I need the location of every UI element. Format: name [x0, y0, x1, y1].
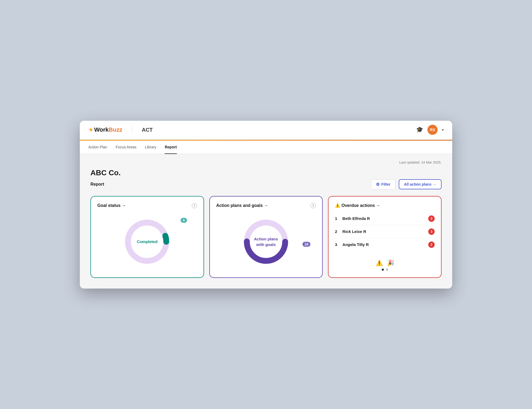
- tab-report[interactable]: Report: [165, 141, 177, 154]
- all-action-plans-label: All action plans →: [404, 182, 436, 186]
- logo-star-icon: ★: [88, 126, 94, 133]
- action-plans-goals-card: Action plans and goals → i 18: [209, 196, 323, 278]
- nav-tabs: Action Plan Focus Areas Library Report: [80, 141, 452, 154]
- overdue-rank-1: 1: [335, 216, 342, 221]
- goal-status-donut-container: 5 Completed: [97, 212, 197, 271]
- action-plans-center-label: Action plans with goals: [254, 236, 278, 247]
- overdue-count-3: 2: [428, 241, 435, 248]
- overdue-item-2: 2 Rick Leixe R 3: [335, 225, 435, 238]
- tab-focus-areas[interactable]: Focus Areas: [116, 141, 136, 154]
- goal-status-info-icon[interactable]: i: [192, 203, 197, 208]
- chevron-down-icon[interactable]: ▾: [442, 128, 444, 132]
- goal-status-card: Goal status → i 5: [90, 196, 204, 278]
- pagination-dots: [335, 269, 435, 271]
- section-header: Report ⚙ Filter All action plans →: [90, 179, 442, 190]
- action-plans-donut-container: 18 Action plans with goals: [216, 212, 316, 271]
- top-bar: ★ WorkBuzz ACT 🎓 RS ▾: [80, 121, 452, 140]
- action-plans-info-icon[interactable]: i: [310, 203, 316, 208]
- dot-1[interactable]: [382, 269, 384, 271]
- logo-buzz: Buzz: [109, 126, 122, 133]
- overdue-rank-3: 3: [335, 242, 342, 247]
- overdue-name-3: Angela Tilly R: [342, 242, 428, 247]
- filter-icon: ⚙: [376, 182, 380, 187]
- main-content: Last updated: 14 Mar 2025. ABC Co. Repor…: [80, 154, 452, 289]
- dot-2[interactable]: [386, 269, 388, 271]
- overdue-item-1: 1 Beth Elfreda R 3: [335, 212, 435, 225]
- overdue-actions-title: ⚠️ Overdue actions →: [335, 203, 435, 208]
- last-updated: Last updated: 14 Mar 2025.: [90, 160, 442, 164]
- logo: ★ WorkBuzz: [88, 126, 122, 133]
- overdue-count-1: 3: [428, 215, 435, 222]
- top-bar-right: 🎓 RS ▾: [416, 125, 444, 135]
- overdue-name-1: Beth Elfreda R: [342, 216, 428, 221]
- logo-work: Work: [94, 126, 109, 133]
- avatar[interactable]: RS: [427, 125, 438, 135]
- action-plans-goals-title: Action plans and goals → i: [216, 203, 316, 208]
- browser-window: ★ WorkBuzz ACT 🎓 RS ▾ Action Plan Focus …: [80, 121, 452, 289]
- graduation-icon[interactable]: 🎓: [416, 126, 423, 133]
- overdue-actions-title-text[interactable]: ⚠️ Overdue actions →: [335, 203, 380, 208]
- goal-status-badge: 5: [181, 218, 187, 223]
- tab-action-plan[interactable]: Action Plan: [88, 141, 107, 154]
- overdue-card-footer: ⚠️ 🎉: [335, 256, 435, 266]
- company-name: ABC Co.: [90, 169, 442, 177]
- header-actions: ⚙ Filter All action plans →: [371, 179, 442, 190]
- tab-library[interactable]: Library: [145, 141, 156, 154]
- logo-area: ★ WorkBuzz ACT: [88, 126, 153, 133]
- overdue-name-2: Rick Leixe R: [342, 229, 428, 234]
- overdue-count-2: 3: [428, 228, 435, 235]
- goal-status-center-label: Completed: [137, 239, 158, 244]
- goal-status-title-text[interactable]: Goal status →: [97, 203, 126, 208]
- app-title: ACT: [142, 127, 153, 133]
- filter-button[interactable]: ⚙ Filter: [371, 179, 395, 190]
- overdue-list: 1 Beth Elfreda R 3 2 Rick Leixe R 3 3 An…: [335, 212, 435, 251]
- action-plans-badge: 18: [302, 242, 310, 247]
- cards-row: Goal status → i 5: [90, 196, 442, 278]
- logo-divider: [132, 126, 132, 133]
- goal-status-title: Goal status → i: [97, 203, 197, 208]
- action-plans-goals-title-text[interactable]: Action plans and goals →: [216, 203, 268, 208]
- logo-text: WorkBuzz: [94, 126, 122, 133]
- overdue-item-3: 3 Angela Tilly R 2: [335, 238, 435, 251]
- overdue-footer-party-icon: 🎉: [387, 260, 394, 266]
- all-action-plans-button[interactable]: All action plans →: [399, 179, 442, 189]
- filter-label: Filter: [381, 182, 390, 186]
- overdue-rank-2: 2: [335, 229, 342, 234]
- overdue-footer-warning-icon: ⚠️: [376, 260, 383, 266]
- section-title: Report: [90, 182, 104, 187]
- overdue-actions-card: ⚠️ Overdue actions → 1 Beth Elfreda R 3 …: [328, 196, 442, 278]
